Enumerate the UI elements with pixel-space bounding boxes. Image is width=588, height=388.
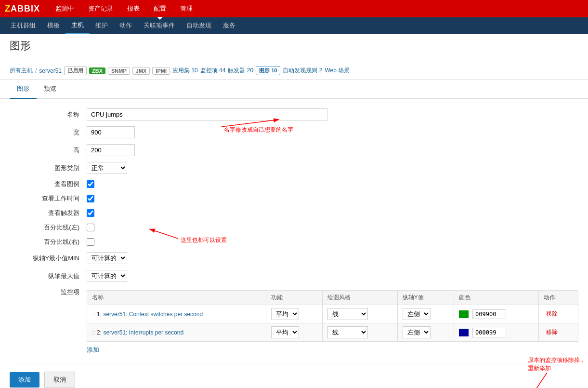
add-item-row: 添加 bbox=[87, 346, 578, 354]
row2-color-input[interactable] bbox=[472, 328, 506, 337]
row2-action: 移除 bbox=[539, 323, 578, 342]
row2-color-swatch bbox=[459, 329, 469, 336]
row1-name: :: 1: server51: Context switches per sec… bbox=[87, 305, 266, 323]
col-color: 颜色 bbox=[454, 291, 539, 305]
monitor-items-content: 名称 功能 绘图风格 纵轴Y侧 颜色 动作 :: 1: server51: Co… bbox=[87, 288, 578, 354]
nav-monitor[interactable]: 监测中 bbox=[50, 0, 80, 17]
percent-right-row: 百分比线(右) bbox=[10, 238, 578, 246]
show-triggers-label: 查看触发器 bbox=[10, 209, 87, 217]
breadcrumb: 所有主机 / server51 已启用 ZBX SNMP JMX IPMI 应用… bbox=[0, 62, 588, 80]
show-triggers-checkbox[interactable] bbox=[87, 209, 94, 217]
row1-axis-select[interactable]: 左侧右侧 bbox=[403, 308, 431, 320]
nav-actions[interactable]: 动作 bbox=[114, 17, 138, 34]
row1-color-input[interactable] bbox=[472, 309, 506, 319]
tab-preview[interactable]: 预览 bbox=[37, 80, 64, 99]
drag-handle-1[interactable]: :: bbox=[92, 311, 95, 318]
row2-remove-button[interactable]: 移除 bbox=[544, 327, 560, 337]
row2-axis-select[interactable]: 左侧右侧 bbox=[403, 326, 431, 338]
percent-left-checkbox[interactable] bbox=[87, 224, 94, 231]
name-label: 名称 bbox=[10, 110, 87, 119]
breadcrumb-graph-count[interactable]: 图形 10 bbox=[256, 66, 280, 75]
breadcrumb-app-count[interactable]: 应用集 10 bbox=[172, 67, 198, 75]
row2-style-select[interactable]: 线填充区域粗线点 bbox=[327, 326, 368, 338]
percent-left-row: 百分比线(左) bbox=[10, 223, 578, 232]
graph-type-select[interactable]: 正常 叠加 饼图 分解饼图 bbox=[87, 162, 127, 174]
row1-style: 线填充区域粗线点 bbox=[323, 305, 398, 323]
breadcrumb-web-count[interactable]: Web 场景 bbox=[325, 67, 350, 75]
graph-type-row: 图形类别 正常 叠加 饼图 分解饼图 bbox=[10, 162, 578, 174]
second-navigation: 主机群组 模板 主机 维护 动作 关联项事件 自动发现 服务 bbox=[0, 17, 588, 34]
nav-admin[interactable]: 管理 bbox=[174, 0, 198, 17]
percent-right-checkbox-wrap bbox=[87, 238, 94, 246]
breadcrumb-zbx[interactable]: ZBX bbox=[89, 67, 105, 74]
cancel-button[interactable]: 取消 bbox=[44, 372, 75, 388]
breadcrumb-trig-count[interactable]: 触发器 20 bbox=[228, 67, 253, 75]
row2-style: 线填充区域粗线点 bbox=[323, 323, 398, 342]
show-triggers-checkbox-wrap bbox=[87, 209, 94, 217]
breadcrumb-auto-disc-count[interactable]: 自动发现规则 2 bbox=[283, 67, 322, 75]
show-worktime-label: 查看工作时间 bbox=[10, 194, 87, 203]
name-input[interactable] bbox=[87, 108, 327, 120]
add-item-link[interactable]: 添加 bbox=[87, 346, 99, 353]
col-action: 动作 bbox=[539, 291, 578, 305]
row1-item-link[interactable]: server51: Context switches per second bbox=[103, 311, 203, 318]
width-label: 宽 bbox=[10, 128, 87, 137]
tab-graph[interactable]: 图形 bbox=[10, 80, 37, 99]
row2-func-select[interactable]: 平均最小最大全部 bbox=[271, 326, 299, 338]
nav-services[interactable]: 服务 bbox=[217, 17, 241, 34]
show-legend-label: 查看图例 bbox=[10, 180, 87, 188]
breadcrumb-ipmi[interactable]: IPMI bbox=[152, 67, 170, 75]
row1-func: 平均最小最大全部 bbox=[266, 305, 323, 323]
add-button[interactable]: 添加 bbox=[10, 372, 39, 388]
col-style: 绘图风格 bbox=[323, 291, 398, 305]
breadcrumb-server[interactable]: server51 bbox=[39, 67, 62, 74]
percent-right-checkbox[interactable] bbox=[87, 238, 94, 246]
nav-maintenance[interactable]: 维护 bbox=[90, 17, 114, 34]
breadcrumb-snmp[interactable]: SNMP bbox=[108, 67, 130, 75]
height-input[interactable] bbox=[87, 144, 135, 156]
nav-correlated-events[interactable]: 关联项事件 bbox=[138, 17, 181, 34]
name-row: 名称 bbox=[10, 108, 578, 120]
nav-host-groups[interactable]: 主机群组 bbox=[5, 17, 41, 34]
breadcrumb-enabled[interactable]: 已启用 bbox=[64, 66, 87, 75]
y-min-label: 纵轴Y最小值MIN bbox=[10, 254, 87, 263]
show-triggers-row: 查看触发器 bbox=[10, 209, 578, 217]
zabbix-logo: ZABBIX bbox=[5, 4, 40, 14]
show-legend-checkbox-wrap bbox=[87, 180, 94, 188]
col-name: 名称 bbox=[87, 291, 266, 305]
height-label: 高 bbox=[10, 146, 87, 155]
show-worktime-row: 查看工作时间 bbox=[10, 194, 578, 203]
percent-left-label: 百分比线(左) bbox=[10, 223, 87, 232]
width-input[interactable] bbox=[87, 126, 135, 138]
row2-name: :: 2: server51: Interrupts per second bbox=[87, 323, 266, 342]
drag-handle-2[interactable]: :: bbox=[92, 329, 95, 336]
nav-auto-discovery[interactable]: 自动发现 bbox=[181, 17, 217, 34]
show-worktime-checkbox[interactable] bbox=[87, 195, 94, 202]
page-header: 图形 bbox=[0, 34, 588, 62]
nav-templates[interactable]: 模板 bbox=[41, 17, 65, 34]
y-min-select[interactable]: 可计算的 固定 监控项 bbox=[87, 252, 127, 264]
row2-item-link[interactable]: server51: Interrupts per second bbox=[103, 329, 183, 336]
show-legend-checkbox[interactable] bbox=[87, 180, 94, 188]
bottom-buttons: 添加 取消 bbox=[10, 364, 578, 388]
row1-style-select[interactable]: 线填充区域粗线点 bbox=[327, 308, 368, 320]
breadcrumb-jmx[interactable]: JMX bbox=[132, 67, 150, 75]
y-max-select[interactable]: 可计算的 固定 监控项 bbox=[87, 270, 127, 282]
breadcrumb-all-hosts[interactable]: 所有主机 bbox=[10, 67, 33, 75]
nav-config[interactable]: 配置 bbox=[148, 0, 172, 17]
monitor-items-row: 监控项 名称 功能 绘图风格 纵轴Y侧 颜色 动作 :: bbox=[10, 288, 578, 354]
nav-hosts[interactable]: 主机 bbox=[65, 17, 90, 34]
row2-color bbox=[454, 323, 539, 342]
y-max-label: 纵轴最大值 bbox=[10, 272, 87, 281]
row1-remove-button[interactable]: 移除 bbox=[544, 309, 560, 319]
percent-right-label: 百分比线(右) bbox=[10, 238, 87, 246]
nav-assets[interactable]: 资产记录 bbox=[82, 0, 119, 17]
nav-reports[interactable]: 报表 bbox=[121, 0, 145, 17]
breadcrumb-mon-count[interactable]: 监控项 44 bbox=[200, 67, 226, 75]
col-axis: 纵轴Y侧 bbox=[397, 291, 454, 305]
percent-left-checkbox-wrap bbox=[87, 224, 94, 231]
row1-index: 1: bbox=[97, 311, 102, 318]
top-nav-items: 监测中 资产记录 报表 配置 管理 bbox=[50, 0, 198, 17]
row1-func-select[interactable]: 平均最小最大全部 bbox=[271, 308, 299, 320]
col-func: 功能 bbox=[266, 291, 323, 305]
